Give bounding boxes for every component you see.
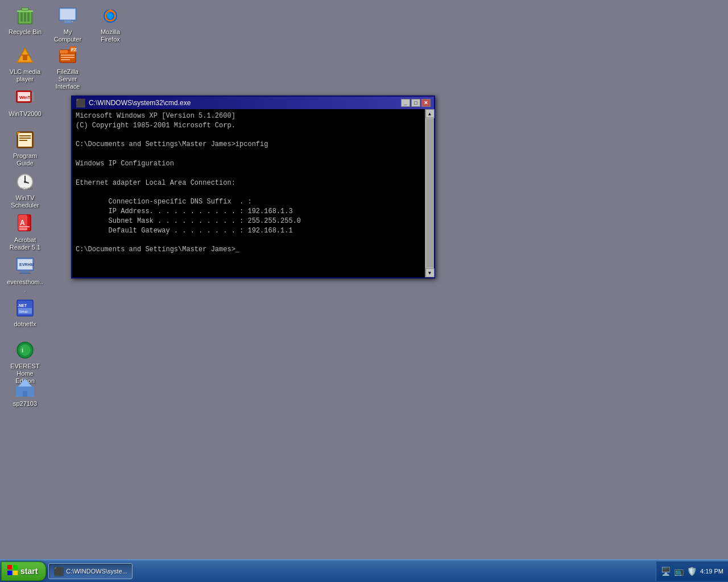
my-computer-icon <box>56 5 79 27</box>
svg-rect-48 <box>22 271 28 273</box>
dotnetfx-icon: .NET Setup <box>14 297 36 319</box>
desktop-icon-wintv2000[interactable]: WinTV WinTV2000 <box>5 84 46 120</box>
wintv-scheduler-label: WinTV Scheduler <box>7 194 43 209</box>
cmd-window: ⬛ C:\WINDOWS\system32\cmd.exe _ □ ✕ Micr… <box>71 95 435 278</box>
cmd-title-text: C:\WINDOWS\system32\cmd.exe <box>89 99 191 107</box>
desktop-icon-program-guide[interactable]: Program Guide <box>5 126 46 169</box>
taskbar-items: ⬛ C:\WINDOWS\syste... <box>46 563 656 579</box>
desktop-icon-dotnetfx[interactable]: .NET Setup dotnetfx <box>5 294 46 330</box>
svg-marker-60 <box>18 380 32 386</box>
svg-rect-31 <box>19 138 31 139</box>
acrobat-icon: A <box>14 213 36 235</box>
start-button[interactable]: start <box>1 562 46 581</box>
svg-rect-2 <box>24 13 26 22</box>
svg-rect-5 <box>22 8 28 10</box>
tray-security-icon[interactable]: 🛡️ <box>687 567 697 576</box>
svg-text:SCHED: SCHED <box>20 187 33 190</box>
desktop-icon-vlc[interactable]: VLC media player <box>5 42 46 85</box>
firefox-label: Mozilla Firefox <box>92 28 129 43</box>
svg-text:.NET: .NET <box>18 304 27 307</box>
svg-rect-62 <box>7 565 12 569</box>
svg-rect-3 <box>27 13 30 22</box>
scroll-up-arrow[interactable]: ▲ <box>425 109 435 118</box>
desktop-icon-sp27103[interactable]: sp27103 <box>5 374 46 410</box>
filezilla-icon: FZ <box>56 44 79 67</box>
svg-rect-43 <box>19 226 30 227</box>
cmd-close-button[interactable]: ✕ <box>421 99 431 107</box>
svg-text:A: A <box>20 219 25 227</box>
svg-text:Setup: Setup <box>19 310 28 313</box>
taskbar-item-cmd[interactable]: ⬛ C:\WINDOWS\syste... <box>48 563 133 579</box>
desktop-icon-filezilla[interactable]: FZ FileZilla Server Interface <box>47 42 88 93</box>
svg-rect-9 <box>62 23 73 24</box>
filezilla-label: FileZilla Server Interface <box>49 68 86 91</box>
svg-point-10 <box>72 21 73 22</box>
tray-network-icon[interactable]: 🖥️ <box>661 567 671 576</box>
svg-rect-7 <box>60 9 75 19</box>
vlc-icon <box>14 44 36 67</box>
sp27103-label: sp27103 <box>13 400 37 408</box>
cmd-titlebar-left: ⬛ C:\WINDOWS\system32\cmd.exe <box>76 98 191 107</box>
program-guide-label: Program Guide <box>7 152 43 167</box>
everesthom-label: everesthom... <box>7 278 43 293</box>
cmd-scrollbar[interactable]: ▲ ▼ <box>425 109 434 277</box>
scroll-down-arrow[interactable]: ▼ <box>425 268 435 277</box>
taskbar-item-label: C:\WINDOWS\syste... <box>66 568 127 575</box>
scroll-thumb[interactable] <box>426 119 434 268</box>
everesthom-icon: EVRHM <box>14 255 36 277</box>
desktop-icon-firefox[interactable]: Mozilla Firefox <box>90 2 131 45</box>
cmd-minimize-button[interactable]: _ <box>401 99 410 107</box>
desktop-icon-my-computer[interactable]: My Computer <box>47 2 88 45</box>
svg-rect-32 <box>19 140 27 141</box>
svg-text:EVRHM: EVRHM <box>19 263 34 267</box>
svg-rect-18 <box>60 50 68 53</box>
desktop-icon-recycle-bin[interactable]: Recycle Bin <box>5 2 46 38</box>
svg-rect-1 <box>20 13 23 22</box>
wintv-scheduler-icon: SCHED <box>14 171 36 193</box>
svg-rect-16 <box>22 55 28 56</box>
recycle-bin-icon <box>14 5 36 27</box>
dotnetfx-label: dotnetfx <box>14 321 36 328</box>
taskbar-cmd-icon: ⬛ <box>53 567 63 576</box>
acrobat-label: Acrobat Reader 5.1 <box>7 236 43 251</box>
svg-text:WinTV: WinTV <box>19 95 34 100</box>
svg-point-38 <box>24 181 26 183</box>
svg-rect-20 <box>61 57 75 58</box>
svg-point-56 <box>19 344 31 356</box>
svg-rect-27 <box>32 92 34 101</box>
cmd-body: Microsoft Windows XP [Version 5.1.2600] … <box>72 109 434 277</box>
everest-home-icon: i <box>14 339 36 361</box>
svg-rect-61 <box>23 391 27 397</box>
sp27103-icon <box>14 376 36 399</box>
wintv2000-icon: WinTV <box>14 86 36 109</box>
cmd-content[interactable]: Microsoft Windows XP [Version 5.1.2600] … <box>72 109 425 277</box>
cmd-titlebar[interactable]: ⬛ C:\WINDOWS\system32\cmd.exe _ □ ✕ <box>72 97 434 109</box>
svg-rect-49 <box>19 273 31 274</box>
system-clock[interactable]: 4:19 PM <box>700 567 723 575</box>
program-guide-icon <box>14 128 36 151</box>
desktop-icon-wintv-scheduler[interactable]: SCHED WinTV Scheduler <box>5 168 46 211</box>
vlc-label: VLC media player <box>7 68 43 83</box>
taskbar: start ⬛ C:\WINDOWS\syste... 🖥️ 📺 🛡️ 4:19… <box>0 559 728 582</box>
svg-rect-65 <box>13 571 18 575</box>
system-tray: 🖥️ 📺 🛡️ 4:19 PM <box>656 562 728 581</box>
windows-logo-icon <box>7 565 18 578</box>
start-label: start <box>20 567 38 576</box>
svg-text:FZ: FZ <box>71 47 77 52</box>
tray-display-icon[interactable]: 📺 <box>674 567 684 576</box>
cmd-window-icon: ⬛ <box>76 98 85 107</box>
wintv2000-label: WinTV2000 <box>9 110 41 118</box>
firefox-icon <box>99 5 122 27</box>
desktop-icon-everesthom[interactable]: EVRHM everesthom... <box>5 252 46 296</box>
cmd-titlebar-buttons: _ □ ✕ <box>401 99 431 107</box>
cmd-output: Microsoft Windows XP [Version 5.1.2600] … <box>76 111 421 255</box>
svg-rect-21 <box>61 59 70 60</box>
svg-rect-44 <box>19 228 27 230</box>
svg-rect-30 <box>19 135 31 136</box>
svg-rect-19 <box>61 55 75 56</box>
cmd-restore-button[interactable]: □ <box>411 99 420 107</box>
my-computer-label: My Computer <box>49 28 86 43</box>
desktop-icon-acrobat[interactable]: A Acrobat Reader 5.1 <box>5 210 46 253</box>
desktop: Recycle Bin My Computer Mozilla Firefox <box>0 0 728 559</box>
svg-rect-15 <box>23 56 27 60</box>
